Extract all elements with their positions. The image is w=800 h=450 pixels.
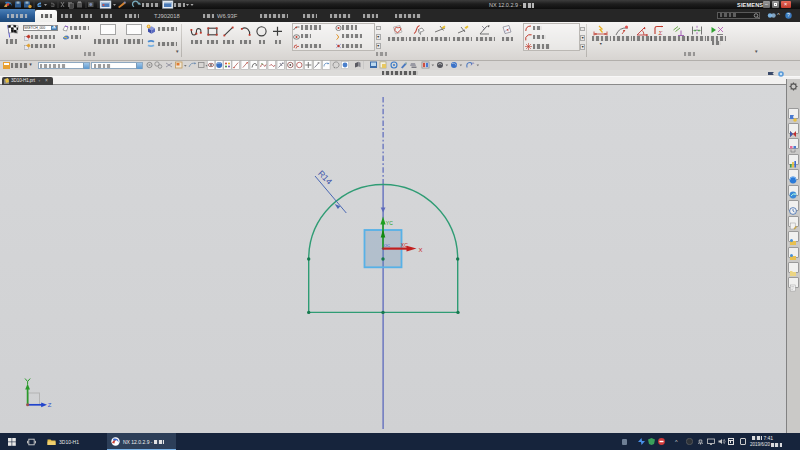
svg-text:Z: Z	[48, 402, 52, 408]
svg-text:YC: YC	[386, 220, 393, 226]
svg-text:R14: R14	[316, 168, 334, 186]
svg-text:?: ?	[787, 12, 790, 18]
svg-text:X: X	[419, 247, 423, 253]
svg-text:Σ: Σ	[657, 29, 662, 36]
svg-text:XC: XC	[401, 242, 408, 248]
svg-text:OC: OC	[384, 243, 390, 248]
